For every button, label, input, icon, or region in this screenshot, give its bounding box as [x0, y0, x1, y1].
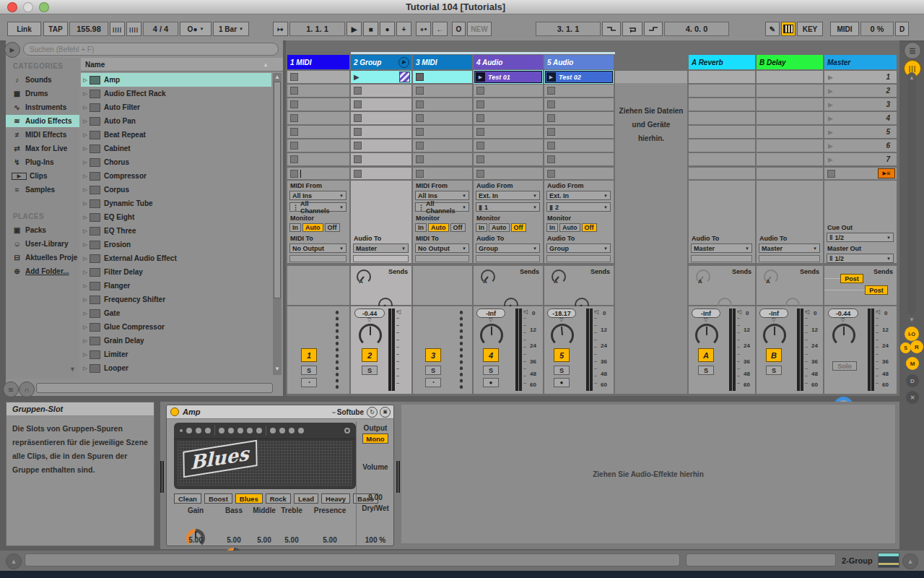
- audio-from-select[interactable]: Ext. In▼: [546, 191, 611, 200]
- show-sends-toggle[interactable]: S: [900, 342, 911, 353]
- clip-slot[interactable]: [413, 139, 472, 152]
- mode-lead-button[interactable]: Lead: [294, 493, 318, 504]
- scene-play-icon[interactable]: ▶: [828, 87, 833, 95]
- volume-position-icon[interactable]: ◁: [737, 309, 741, 315]
- solo-button[interactable]: S: [698, 366, 714, 375]
- track-header-3-midi[interactable]: 3 MIDI: [413, 55, 472, 69]
- scene-play-icon[interactable]: ▶: [828, 156, 833, 163]
- monitor-off-button[interactable]: Off: [511, 223, 526, 232]
- scene-5[interactable]: ▶5: [824, 126, 897, 138]
- input-channel-select[interactable]: ▮2▼: [546, 202, 611, 212]
- clip-stop-button[interactable]: [416, 87, 424, 95]
- solo-button[interactable]: S: [483, 366, 499, 375]
- monitor-off-button[interactable]: Off: [582, 223, 597, 232]
- hot-swap-icon[interactable]: ↻: [367, 407, 378, 418]
- solo-button[interactable]: S: [362, 366, 378, 375]
- list-item[interactable]: ▷Flanger: [81, 279, 271, 293]
- list-item[interactable]: ▷Audio Effect Rack: [81, 87, 271, 100]
- list-item[interactable]: ▷External Audio Effect: [81, 251, 271, 265]
- clip-stop-button[interactable]: [476, 87, 484, 95]
- track-stop-slot[interactable]: [413, 168, 472, 179]
- clip-stop-button[interactable]: [354, 114, 362, 122]
- monitor-auto-button[interactable]: Auto: [428, 223, 449, 232]
- track-stop-slot[interactable]: [351, 168, 411, 179]
- scroll-down-icon[interactable]: ▼: [909, 316, 915, 323]
- clip-slot[interactable]: [474, 112, 543, 124]
- arm-button[interactable]: ●: [554, 378, 570, 387]
- clip-stop-button[interactable]: [290, 100, 298, 108]
- audio-to-select[interactable]: Group▼: [476, 243, 540, 253]
- arm-button[interactable]: ◔: [425, 378, 441, 387]
- sidebar-item-packs[interactable]: ▣Packs: [6, 224, 79, 236]
- clip-stop-button[interactable]: [354, 170, 362, 178]
- clip-stop-button[interactable]: [416, 100, 424, 108]
- play-icon[interactable]: ▶: [354, 73, 359, 81]
- clip-stop-button[interactable]: [827, 170, 835, 178]
- monitor-auto-button[interactable]: Auto: [302, 223, 323, 232]
- expand-icon[interactable]: ▷: [81, 256, 90, 262]
- tap-tempo-button[interactable]: TAP: [43, 22, 68, 36]
- clip-stop-button[interactable]: [547, 114, 555, 122]
- clip-stop-button[interactable]: [354, 87, 362, 95]
- send-a-knob[interactable]: A: [552, 269, 566, 284]
- sidebar-item-drums[interactable]: ▦Drums: [6, 87, 79, 100]
- clip-slot[interactable]: [474, 126, 543, 138]
- show-crossfader-toggle[interactable]: ✕: [906, 391, 919, 404]
- mode-boost-button[interactable]: Boost: [204, 493, 232, 504]
- clip-slot[interactable]: [474, 139, 543, 152]
- expand-icon[interactable]: ▷: [81, 201, 90, 207]
- clip-slot[interactable]: [287, 71, 349, 83]
- track-drop-zone[interactable]: Ziehen Sie Dateien und Geräte hierhin.: [615, 71, 687, 394]
- treble-value[interactable]: 5.00: [274, 536, 310, 544]
- clip-stop-button[interactable]: [476, 128, 484, 136]
- scene-4[interactable]: ▶4: [824, 112, 897, 124]
- list-item[interactable]: ▷Cabinet: [81, 142, 271, 155]
- solo-button[interactable]: S: [301, 366, 317, 375]
- clip-stop-button[interactable]: [476, 114, 484, 122]
- list-item[interactable]: ▷Erosion: [81, 238, 271, 251]
- send-a-knob[interactable]: A: [764, 269, 778, 284]
- clip-stop-button[interactable]: [290, 128, 298, 136]
- group-unfold-icon[interactable]: ▶: [398, 57, 409, 68]
- monitor-in-button[interactable]: In: [289, 223, 301, 232]
- sidebar-item-instruments[interactable]: ∿Instruments: [6, 101, 79, 113]
- clip-stop-button[interactable]: [476, 100, 484, 108]
- track-header-2-group[interactable]: 2 Group ▶: [351, 55, 411, 69]
- clip-stop-button[interactable]: [416, 170, 424, 178]
- scene-play-icon[interactable]: ▶: [828, 74, 833, 81]
- show-mixer-toggle[interactable]: M: [906, 357, 919, 370]
- volume-knob[interactable]: [480, 324, 503, 347]
- scene-play-icon[interactable]: ▶: [828, 129, 833, 136]
- clip-slot[interactable]: [413, 126, 472, 138]
- clip-stop-button[interactable]: [476, 170, 484, 178]
- clip-slot[interactable]: [351, 112, 411, 124]
- scroll-up-icon[interactable]: ▲: [909, 74, 915, 81]
- scene-play-icon[interactable]: ▶: [828, 142, 833, 150]
- clip-stop-button[interactable]: [354, 155, 362, 163]
- clip-slot[interactable]: [544, 153, 614, 165]
- clip-slot[interactable]: [351, 139, 411, 152]
- headphone-preview-button[interactable]: ∩: [19, 381, 35, 397]
- track-stop-slot[interactable]: [474, 168, 543, 179]
- arm-button[interactable]: ●: [483, 378, 499, 387]
- sidebar-item-user-library[interactable]: ☺User-Library: [6, 238, 79, 250]
- expand-icon[interactable]: ▷: [81, 338, 90, 344]
- list-item[interactable]: ▷Auto Filter: [81, 100, 271, 114]
- expand-icon[interactable]: ▷: [81, 173, 90, 179]
- metronome-button[interactable]: O●▼: [180, 22, 212, 36]
- clip-slot[interactable]: [287, 98, 349, 111]
- metronome-caret-icon[interactable]: ▼: [199, 27, 204, 31]
- clip-stop-button[interactable]: [354, 128, 362, 136]
- track-activator-4[interactable]: 4: [483, 348, 499, 362]
- output-mono-button[interactable]: Mono: [362, 434, 388, 444]
- link-button[interactable]: Link: [7, 22, 41, 36]
- volume-knob[interactable]: [359, 324, 382, 347]
- scroll-up-icon[interactable]: ▲: [274, 74, 280, 80]
- volume-position-icon[interactable]: ◁: [876, 309, 880, 315]
- track-activator-3[interactable]: 3: [425, 348, 441, 362]
- cue-out-select[interactable]: ‖1/2▼: [827, 233, 894, 242]
- track-activator-2[interactable]: 2: [362, 348, 378, 362]
- clip-stop-button[interactable]: [354, 100, 362, 108]
- preview-volume-bar[interactable]: [36, 383, 273, 393]
- time-signature-display[interactable]: 4 / 4: [143, 22, 178, 36]
